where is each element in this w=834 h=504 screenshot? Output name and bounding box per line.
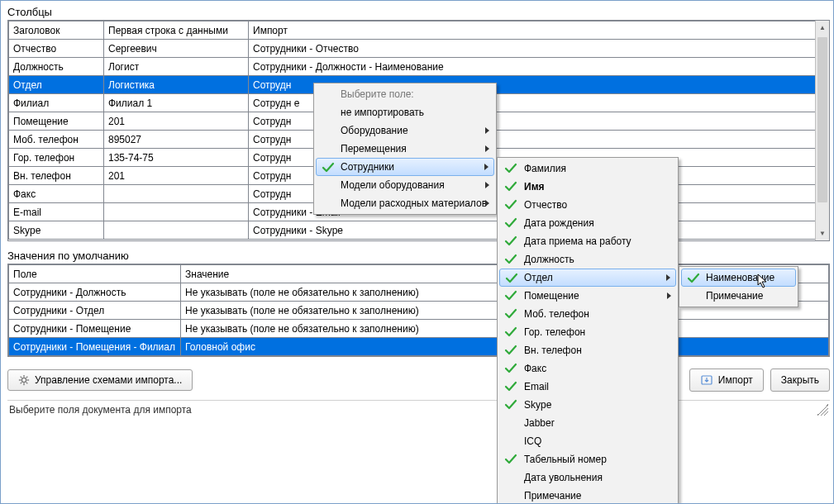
table-cell[interactable] xyxy=(104,203,249,221)
menu-item[interactable]: Оборудование xyxy=(316,121,494,140)
table-cell[interactable]: 135-74-75 xyxy=(104,149,249,167)
svg-line-5 xyxy=(21,377,22,378)
table-cell[interactable]: Сотрудники - Должность xyxy=(9,283,181,302)
table-cell[interactable]: Логист xyxy=(104,58,249,76)
columns-header-first[interactable]: Первая строка с данными xyxy=(104,21,249,40)
menu-item[interactable]: Email xyxy=(499,378,676,396)
scroll-thumb[interactable] xyxy=(817,37,827,202)
menu-item[interactable]: Табельный номер xyxy=(499,450,676,468)
table-cell[interactable]: Гор. телефон xyxy=(9,149,104,167)
menu-item-label: Наименование xyxy=(706,272,774,283)
table-row[interactable]: Сотрудники - ПомещениеНе указывать (поле… xyxy=(9,320,829,338)
table-cell[interactable]: Сотрудники - Помещения - Филиал xyxy=(9,338,181,356)
menu1-header: Выберите поле: xyxy=(316,85,494,103)
menu-item[interactable]: Вн. телефон xyxy=(499,341,676,359)
table-cell[interactable]: Сергеевич xyxy=(104,40,249,58)
table-cell[interactable] xyxy=(104,185,249,203)
menu-item[interactable]: Должность xyxy=(499,250,676,269)
defaults-header-field[interactable]: Поле xyxy=(9,265,181,283)
status-text: Выберите поля документа для импорта xyxy=(9,404,192,416)
menu-item-label: Фамилия xyxy=(524,163,566,174)
scroll-up-icon[interactable]: ▲ xyxy=(816,21,829,35)
table-cell[interactable]: Вн. телефон xyxy=(9,167,104,185)
table-cell[interactable]: Сотрудники - Отчество xyxy=(249,40,829,58)
menu-item[interactable]: Модели расходных материалов xyxy=(316,194,494,212)
menu-item[interactable]: Примечание xyxy=(681,287,796,305)
check-icon xyxy=(322,161,335,174)
scroll-down-icon[interactable]: ▼ xyxy=(816,226,829,240)
menu-item[interactable]: Имя xyxy=(499,178,676,196)
menu-item-label: Модели расходных материалов xyxy=(341,197,487,209)
table-cell[interactable]: Отдел xyxy=(9,76,104,94)
menu-item[interactable]: Гор. телефон xyxy=(499,323,676,341)
table-cell[interactable]: Моб. телефон xyxy=(9,131,104,149)
table-cell[interactable]: Отчество xyxy=(9,40,104,58)
table-cell[interactable]: Skype xyxy=(9,221,104,240)
menu-item[interactable]: Jabber xyxy=(499,414,676,432)
menu-item[interactable]: Дата приема на работу xyxy=(499,232,676,250)
menu-item[interactable]: Skype xyxy=(499,396,676,414)
context-menu-level3[interactable]: НаименованиеПримечание xyxy=(679,266,798,307)
menu-item-label: Email xyxy=(524,381,549,392)
menu-item[interactable]: Модели оборудования xyxy=(316,176,494,194)
menu-item[interactable]: Наименование xyxy=(681,269,796,287)
resize-grip-icon[interactable] xyxy=(817,404,828,416)
columns-header-title[interactable]: Заголовок xyxy=(9,21,104,40)
table-cell[interactable]: 201 xyxy=(104,167,249,185)
columns-scrollbar[interactable]: ▲ ▼ xyxy=(815,21,829,240)
close-button[interactable]: Закрыть xyxy=(770,368,830,392)
table-row[interactable]: ОтчествоСергеевичСотрудники - Отчество xyxy=(9,40,829,58)
table-row[interactable]: Сотрудники - Помещения - ФилиалГоловной … xyxy=(9,338,829,356)
submenu-arrow-icon xyxy=(485,200,489,207)
menu-item[interactable]: Перемещения xyxy=(316,140,494,158)
menu-item[interactable]: Дата увольнения xyxy=(499,468,676,487)
menu-item-label: Сотрудники xyxy=(341,161,394,173)
table-cell[interactable]: Филиал 1 xyxy=(104,94,249,112)
check-icon xyxy=(504,307,517,321)
columns-header-import[interactable]: Импорт xyxy=(249,21,829,40)
table-cell[interactable]: Сотрудники - Помещение xyxy=(9,320,181,338)
menu-item-label: Дата рождения xyxy=(524,217,594,229)
table-row[interactable]: SkypeСотрудники - Skype xyxy=(9,221,829,240)
context-menu-level1[interactable]: Выберите поле: не импортироватьОборудова… xyxy=(313,83,497,215)
import-button[interactable]: Импорт xyxy=(689,368,764,392)
menu-item-label: Должность xyxy=(524,254,574,265)
check-icon xyxy=(504,326,517,339)
table-cell[interactable]: Сотрудники - Должности - Наименование xyxy=(249,58,829,76)
menu-item-label: не импортировать xyxy=(341,107,424,118)
close-label: Закрыть xyxy=(781,374,819,386)
menu-item-label: Табельный номер xyxy=(524,454,607,465)
manage-schemes-button[interactable]: Управление схемами импорта... xyxy=(7,369,193,391)
context-menu-level2[interactable]: ФамилияИмяОтчествоДата рожденияДата прие… xyxy=(497,157,679,504)
menu-item[interactable]: Отдел xyxy=(499,269,676,287)
table-cell[interactable]: 895027 xyxy=(104,131,249,149)
svg-point-0 xyxy=(21,378,26,382)
submenu-arrow-icon xyxy=(484,164,488,170)
table-row[interactable]: ДолжностьЛогистСотрудники - Должности - … xyxy=(9,58,829,76)
menu-item[interactable]: Фамилия xyxy=(499,159,676,178)
menu-item[interactable]: Примечание xyxy=(499,487,676,504)
menu-item-label: Перемещения xyxy=(341,143,407,155)
table-cell[interactable] xyxy=(104,221,249,240)
check-icon xyxy=(504,344,517,357)
menu-item[interactable]: Моб. телефон xyxy=(499,305,676,323)
menu-item[interactable]: Факс xyxy=(499,359,676,378)
table-cell[interactable]: Логистика xyxy=(104,76,249,94)
menu-item[interactable]: Помещение xyxy=(499,287,676,305)
table-cell[interactable]: 201 xyxy=(104,112,249,131)
menu-item[interactable]: Отчество xyxy=(499,196,676,214)
table-cell[interactable]: Сотрудники - Отдел xyxy=(9,302,181,320)
defaults-section-label: Значения по умолчанию xyxy=(7,250,830,262)
menu-item-label: Помещение xyxy=(524,290,579,302)
menu-item[interactable]: ICQ xyxy=(499,432,676,450)
menu-item[interactable]: Сотрудники xyxy=(316,158,494,176)
menu-item-label: Дата приема на работу xyxy=(524,235,631,247)
menu-item-label: Примечание xyxy=(524,490,581,502)
table-cell[interactable]: Должность xyxy=(9,58,104,76)
table-cell[interactable]: Филиал xyxy=(9,94,104,112)
table-cell[interactable]: Помещение xyxy=(9,112,104,131)
table-cell[interactable]: Факс xyxy=(9,185,104,203)
table-cell[interactable]: E-mail xyxy=(9,203,104,221)
menu-item[interactable]: не импортировать xyxy=(316,103,494,121)
menu-item[interactable]: Дата рождения xyxy=(499,214,676,232)
